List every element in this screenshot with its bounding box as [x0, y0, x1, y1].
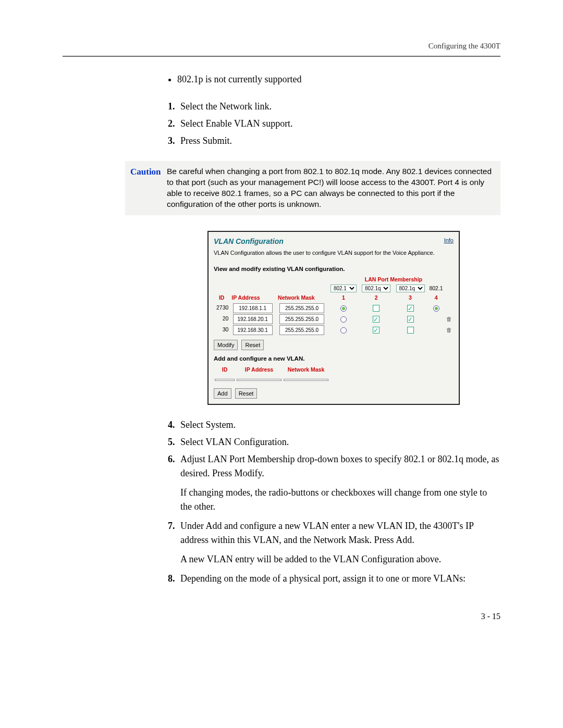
- row2-p1-radio[interactable]: [340, 327, 347, 334]
- port-membership-label: LAN Port Membership: [214, 276, 454, 284]
- row2-mask-input[interactable]: 255.255.255.0: [279, 325, 324, 335]
- add-vlan-heading: Add and configure a new VLAN.: [214, 354, 454, 363]
- row0-mask-input[interactable]: 255.255.255.0: [279, 303, 324, 313]
- port3-mode-select[interactable]: 802.1q: [396, 285, 425, 292]
- trash-icon[interactable]: 🗑: [446, 316, 452, 322]
- row1-p1-radio[interactable]: [340, 316, 347, 323]
- step-1: Select the Network link.: [177, 100, 500, 114]
- vlan-table: 802.1 802.1q 802.1q 802.1 ID IP Address …: [214, 284, 454, 336]
- steps-1-3: Select the Network link. Select Enable V…: [167, 100, 500, 148]
- new-ip-input[interactable]: [237, 379, 282, 381]
- col-p1: 1: [328, 293, 359, 303]
- new-id-input[interactable]: [215, 379, 235, 381]
- table-row: 2730 192.168.1.1 255.255.255.0: [214, 303, 454, 314]
- page-number: 3 - 15: [63, 612, 500, 621]
- row0-p3-checkbox[interactable]: [407, 305, 414, 312]
- row0-ip-input[interactable]: 192.168.1.1: [233, 303, 273, 313]
- col-p4: 4: [427, 293, 445, 303]
- page-header: Configuring the 4300T: [63, 42, 500, 56]
- row1-id: 20: [214, 314, 229, 325]
- step-6-note: If changing modes, the radio-buttons or …: [180, 486, 500, 514]
- row0-id: 2730: [214, 303, 229, 314]
- row0-p1-radio[interactable]: [340, 305, 347, 312]
- row2-p3-checkbox[interactable]: [407, 327, 414, 334]
- col-mask: Network Mask: [276, 293, 328, 303]
- new-mask-input[interactable]: [284, 379, 328, 381]
- table-row: 30 192.168.30.1 255.255.255.0 🗑: [214, 325, 454, 336]
- view-modify-heading: View and modify existing VLAN configurat…: [214, 265, 454, 274]
- step-5: Select VLAN Configuration.: [177, 435, 500, 449]
- col-p3: 3: [393, 293, 427, 303]
- row2-p2-checkbox[interactable]: [373, 327, 380, 334]
- bullet-note: 802.1p is not currently supported: [177, 72, 500, 87]
- reset2-button[interactable]: Reset: [235, 388, 258, 399]
- col-ip: IP Address: [229, 293, 276, 303]
- col-id: ID: [214, 293, 229, 303]
- step-6: Adjust LAN Port Membership drop-down box…: [177, 452, 500, 514]
- port1-mode-select[interactable]: 802.1: [331, 285, 357, 292]
- table-row: 20 192.168.20.1 255.255.255.0 🗑: [214, 314, 454, 325]
- step-7: Under Add and configure a new VLAN enter…: [177, 519, 500, 566]
- row2-ip-input[interactable]: 192.168.30.1: [233, 325, 273, 335]
- caution-block: Caution Be careful when changing a port …: [125, 161, 500, 215]
- vlan-config-screenshot: VLAN Configuration Info VLAN Configurati…: [207, 231, 460, 405]
- add-col-mask: Network Mask: [283, 365, 329, 375]
- info-link[interactable]: Info: [444, 236, 454, 245]
- reset-button[interactable]: Reset: [241, 340, 264, 351]
- add-col-id: ID: [214, 365, 236, 375]
- port2-mode-select[interactable]: 802.1q: [362, 285, 390, 292]
- caution-text: Be careful when changing a port from 802…: [167, 166, 495, 210]
- row2-id: 30: [214, 325, 229, 336]
- col-p2: 2: [359, 293, 393, 303]
- caution-label: Caution: [130, 166, 167, 210]
- steps-4-8: Select System. Select VLAN Configuration…: [167, 418, 500, 586]
- step-7-note: A new VLAN entry will be added to the VL…: [180, 552, 500, 566]
- trash-icon[interactable]: 🗑: [446, 327, 452, 333]
- add-button[interactable]: Add: [214, 388, 231, 399]
- step-8: Depending on the mode of a physical port…: [177, 572, 500, 586]
- port4-mode-label: 802.1: [427, 284, 445, 293]
- modify-button[interactable]: Modify: [214, 340, 238, 351]
- step-4: Select System.: [177, 418, 500, 432]
- row1-ip-input[interactable]: 192.168.20.1: [233, 314, 273, 324]
- ss-title: VLAN Configuration: [214, 236, 284, 247]
- row1-mask-input[interactable]: 255.255.255.0: [279, 314, 324, 324]
- ss-desc: VLAN Configuration allows the user to co…: [214, 249, 454, 257]
- header-rule: [63, 56, 500, 57]
- row1-p2-checkbox[interactable]: [373, 316, 380, 323]
- row0-p2-checkbox[interactable]: [373, 305, 380, 312]
- row0-p4-radio[interactable]: [433, 305, 439, 312]
- add-col-ip: IP Address: [236, 365, 283, 375]
- row1-p3-checkbox[interactable]: [407, 316, 414, 323]
- step-3: Press Submit.: [177, 134, 500, 148]
- step-2: Select Enable VLAN support.: [177, 117, 500, 131]
